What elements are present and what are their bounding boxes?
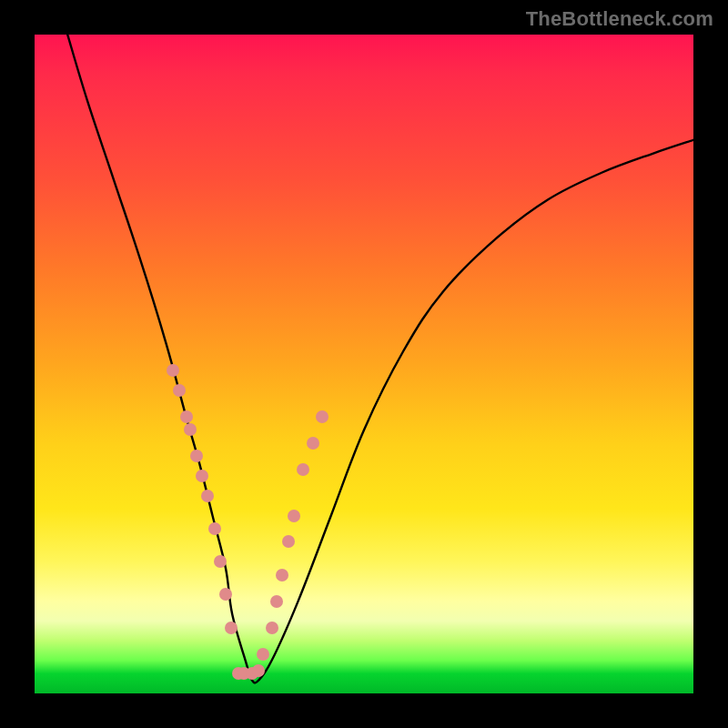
highlight-dot (276, 569, 288, 581)
highlight-dot (225, 622, 238, 634)
highlight-dot (196, 470, 208, 482)
curve-path (67, 35, 693, 682)
bottleneck-curve (35, 35, 693, 693)
highlight-dot (307, 437, 319, 450)
highlight-dot (288, 510, 300, 522)
highlight-dot (266, 622, 278, 634)
plot-area (35, 35, 693, 693)
highlight-dot (201, 490, 214, 502)
highlight-dot (316, 410, 329, 423)
highlight-dot (180, 410, 193, 423)
watermark-text: TheBottleneck.com (526, 7, 713, 31)
highlight-dot (270, 595, 283, 608)
chart-frame: TheBottleneck.com (0, 0, 728, 728)
highlight-dot (252, 664, 265, 677)
highlight-dot (257, 648, 269, 661)
